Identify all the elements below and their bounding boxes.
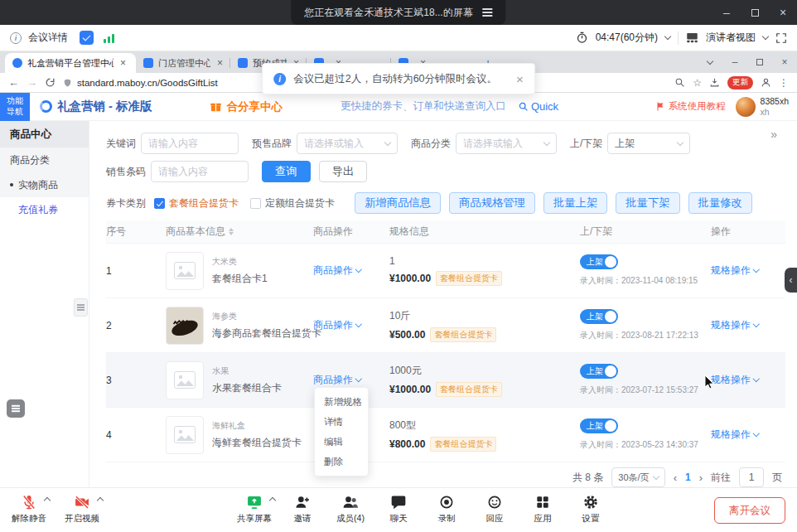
spec-operation-link[interactable]: 规格操作: [711, 318, 759, 332]
search-icon: [518, 101, 529, 112]
barcode-label: 销售条码: [106, 165, 146, 179]
close-icon[interactable]: ×: [516, 72, 524, 86]
collapse-panel-icon[interactable]: »: [770, 128, 777, 141]
product-operation-link[interactable]: 商品操作: [313, 373, 361, 387]
checkbox-fixed-card[interactable]: 定额组合提货卡: [250, 196, 335, 210]
search-button[interactable]: 查询: [262, 161, 311, 182]
shelf-toggle[interactable]: 上架: [580, 254, 618, 269]
current-page[interactable]: 1: [685, 472, 691, 483]
share-screen-button[interactable]: 共享屏幕: [235, 494, 273, 525]
refresh-icon[interactable]: [45, 77, 56, 88]
chat-button[interactable]: 聊天: [379, 494, 418, 525]
reaction-button[interactable]: 回应: [476, 494, 514, 525]
shelf-toggle[interactable]: 上架: [580, 364, 618, 379]
batch-edit-button[interactable]: 批量修改: [688, 192, 752, 214]
user-menu[interactable]: 8385xhxh: [736, 96, 789, 117]
bookmark-star-icon[interactable]: ☆: [693, 77, 702, 89]
spec-operation-link[interactable]: 规格操作: [711, 373, 759, 387]
sidebar-collapse-handle[interactable]: [74, 298, 88, 317]
right-panel-handle[interactable]: ‹: [785, 268, 797, 293]
keyword-label: 关键词: [106, 137, 136, 151]
chevron-up-icon[interactable]: [44, 497, 51, 504]
add-product-button[interactable]: 新增商品信息: [355, 192, 441, 214]
floating-menu-button[interactable]: [7, 399, 25, 418]
spec-operation-link[interactable]: 规格操作: [711, 428, 759, 442]
tutorial-link[interactable]: 系统使用教程: [655, 100, 726, 113]
sort-icon[interactable]: [229, 228, 234, 235]
apps-button[interactable]: 应用: [524, 494, 562, 525]
fullscreen-icon[interactable]: [775, 32, 787, 44]
hamburger-icon[interactable]: [483, 12, 493, 13]
menu-item-detail[interactable]: 详情: [315, 412, 368, 432]
maximize-button[interactable]: [741, 0, 769, 25]
shelf-select[interactable]: 上架: [607, 133, 690, 154]
layout-icon: [686, 31, 698, 44]
page-size-select[interactable]: 30条/页: [611, 467, 664, 487]
members-button[interactable]: 成员(4): [331, 494, 370, 525]
product-operation-link[interactable]: 商品操作: [313, 318, 361, 332]
forward-icon[interactable]: →: [27, 77, 37, 88]
browser-menu-icon[interactable]: ⋮: [779, 77, 789, 89]
camera-off-icon: [74, 494, 90, 510]
prev-page-button[interactable]: ‹: [674, 472, 677, 484]
quick-search-link[interactable]: Quick: [518, 100, 558, 113]
unmute-button[interactable]: 解除静音: [10, 494, 48, 525]
profile-icon[interactable]: [761, 77, 771, 88]
close-button[interactable]: ×: [769, 0, 797, 25]
chevron-up-icon[interactable]: [269, 497, 276, 504]
record-button[interactable]: 录制: [427, 494, 466, 525]
chevron-up-icon[interactable]: [97, 497, 104, 504]
browser-tab-active[interactable]: 礼盒营销平台管理中心 ×: [5, 53, 136, 73]
function-nav-button[interactable]: 功能导航: [0, 93, 30, 121]
barcode-input[interactable]: [151, 161, 249, 182]
settings-button[interactable]: 设置: [572, 494, 610, 525]
minimize-button[interactable]: –: [712, 0, 741, 25]
category-select[interactable]: 请选择或输入: [456, 133, 557, 154]
shelf-toggle[interactable]: 上架: [580, 418, 618, 433]
batch-off-shelf-button[interactable]: 批量下架: [616, 192, 679, 214]
security-shield-icon[interactable]: [80, 31, 94, 45]
spec-manage-button[interactable]: 商品规格管理: [449, 192, 535, 214]
browser-close-button[interactable]: ×: [772, 51, 797, 73]
menu-item-delete[interactable]: 删除: [315, 452, 368, 472]
sidebar-section-product-center[interactable]: 商品中心: [0, 121, 89, 148]
goto-page-input[interactable]: [739, 467, 764, 487]
export-button[interactable]: 导出: [319, 161, 368, 182]
leave-meeting-button[interactable]: 离开会议: [714, 497, 785, 524]
zoom-icon[interactable]: [674, 77, 685, 88]
invite-button[interactable]: 邀请: [283, 494, 321, 525]
site-security-icon[interactable]: [63, 78, 72, 88]
keyword-input[interactable]: [141, 133, 239, 154]
tab-list-icon[interactable]: [698, 51, 722, 73]
sidebar-item-product-category[interactable]: 商品分类: [0, 148, 89, 172]
menu-item-edit[interactable]: 编辑: [315, 432, 368, 452]
sidebar-item-physical-goods[interactable]: 实物商品: [0, 172, 89, 197]
product-operation-link[interactable]: 商品操作: [313, 264, 361, 278]
download-icon[interactable]: [709, 77, 720, 88]
view-mode-selector[interactable]: 演讲者视图: [706, 31, 756, 45]
spec-operation-link[interactable]: 规格操作: [711, 264, 759, 278]
tab-close-icon[interactable]: ×: [217, 58, 223, 68]
sidebar-item-recharge-voucher[interactable]: 充值礼券: [0, 197, 89, 222]
browser-update-badge[interactable]: 更新: [727, 76, 753, 89]
start-video-button[interactable]: 开启视频: [63, 494, 101, 525]
tab-close-icon[interactable]: ×: [120, 58, 126, 68]
url-text[interactable]: standard.maboy.cn/GoodsGiftList: [77, 78, 218, 88]
browser-maximize-button[interactable]: [747, 51, 772, 73]
meeting-timer[interactable]: 04:47(60分钟): [596, 31, 658, 45]
invite-icon: [294, 494, 311, 510]
checkbox-combo-card[interactable]: 套餐组合提货卡: [154, 196, 239, 210]
share-center-link[interactable]: 合分享中心: [210, 99, 283, 114]
category-label: 商品分类: [411, 137, 451, 151]
meeting-details-link[interactable]: 会议详情: [28, 31, 68, 45]
view-dropdown-icon[interactable]: [762, 32, 769, 39]
timer-dropdown-icon[interactable]: [664, 32, 671, 39]
browser-tab[interactable]: 门店管理中心 ×: [136, 53, 230, 73]
next-page-button[interactable]: ›: [699, 472, 703, 484]
browser-minimize-button[interactable]: –: [722, 51, 747, 73]
shelf-toggle[interactable]: 上架: [580, 309, 618, 324]
batch-on-shelf-button[interactable]: 批量上架: [543, 192, 607, 214]
brand-select[interactable]: 请选择或输入: [297, 133, 398, 154]
menu-item-add-spec[interactable]: 新增规格: [315, 392, 368, 412]
back-icon[interactable]: ←: [8, 77, 19, 88]
